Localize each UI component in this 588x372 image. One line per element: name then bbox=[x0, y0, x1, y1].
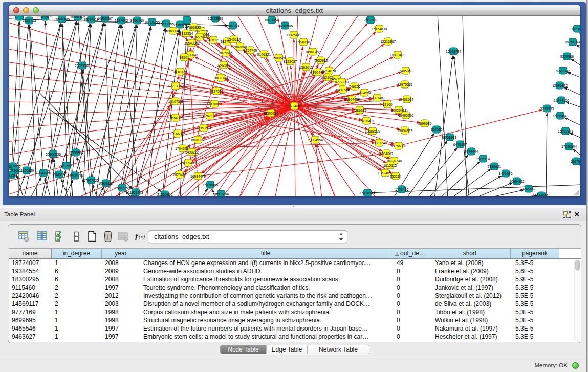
network-window-titlebar[interactable]: citations_edges.txt bbox=[9, 5, 580, 16]
column-header-out_de[interactable]: △out_de… bbox=[391, 249, 429, 258]
graph-node-label: 16961758 bbox=[305, 50, 320, 54]
graph-node-label: 13325419 bbox=[286, 33, 301, 37]
column-header-pagerank[interactable]: pagerank bbox=[511, 249, 559, 258]
table-row[interactable]: 1830029562008Estimation of significance … bbox=[9, 275, 581, 283]
table-row[interactable]: 1938455462009Genome-wide association stu… bbox=[9, 267, 581, 275]
graph-node[interactable] bbox=[183, 16, 191, 24]
float-panel-icon[interactable] bbox=[563, 211, 571, 219]
cell-pagerank: 5.3E-5 bbox=[511, 300, 559, 308]
graph-node-label: 39159 bbox=[9, 173, 16, 177]
graph-edge[interactable] bbox=[27, 21, 76, 171]
resize-grip-icon[interactable] bbox=[573, 189, 580, 196]
network-graph: 2055713214330712069140618081425186571191… bbox=[9, 16, 580, 196]
select-rows-icon[interactable] bbox=[55, 231, 66, 242]
graph-edge[interactable] bbox=[11, 21, 19, 175]
table-scrollbar-thumb[interactable] bbox=[575, 260, 580, 271]
graph-edge[interactable] bbox=[44, 159, 52, 196]
cell-year: 2009 bbox=[102, 267, 140, 275]
graph-node-label: 11923448 bbox=[128, 191, 143, 194]
graph-edge[interactable] bbox=[213, 117, 268, 197]
graph-edge[interactable] bbox=[571, 59, 581, 68]
graph-edge[interactable] bbox=[573, 149, 580, 158]
graph-edge[interactable] bbox=[570, 133, 580, 139]
graph-node-label: 12093872 bbox=[552, 84, 568, 87]
graph-edge[interactable] bbox=[294, 106, 295, 196]
new-column-icon[interactable] bbox=[86, 231, 98, 242]
graph-node-label: 11353594 bbox=[196, 126, 211, 130]
table-row[interactable]: 911546021997Tourette syndrome. Phenomeno… bbox=[9, 283, 581, 292]
graph-node-label: 7663822 bbox=[187, 26, 201, 29]
close-panel-icon[interactable]: ✕ bbox=[573, 210, 580, 218]
cell-out_de: 0 bbox=[391, 316, 429, 324]
delete-column-icon[interactable] bbox=[102, 231, 114, 242]
graph-edge[interactable] bbox=[463, 16, 467, 196]
graph-edge[interactable] bbox=[473, 183, 513, 196]
graph-node-label: 746206 bbox=[349, 85, 361, 89]
cell-year: 1998 bbox=[102, 316, 140, 324]
table-settings-icon[interactable] bbox=[18, 231, 30, 242]
graph-edge[interactable] bbox=[454, 56, 469, 196]
table-row[interactable]: 977716911998Corpus callosum shape and si… bbox=[9, 308, 581, 316]
select-columns-icon[interactable] bbox=[37, 231, 48, 242]
graph-edge[interactable] bbox=[116, 90, 173, 196]
graph-edge[interactable] bbox=[15, 24, 60, 170]
table-row[interactable]: 1872400712008Changes of HCN gene express… bbox=[9, 259, 581, 267]
graph-edge[interactable] bbox=[316, 144, 322, 196]
cell-title: Embryonic stem cells: a model to study s… bbox=[140, 333, 391, 341]
table-row[interactable]: 946554611997Estimation of the future num… bbox=[9, 324, 581, 333]
graph-node-label: 9329966 bbox=[560, 55, 574, 58]
tab-network-table[interactable]: Network Table bbox=[308, 345, 369, 354]
graph-edge[interactable] bbox=[567, 72, 580, 79]
graph-edge[interactable] bbox=[576, 45, 580, 50]
graph-edge[interactable] bbox=[546, 113, 547, 196]
graph-edge[interactable] bbox=[579, 165, 580, 169]
graph-edge[interactable] bbox=[105, 23, 111, 196]
graph-node-label: 12213967 bbox=[380, 40, 396, 43]
graph-edge[interactable] bbox=[122, 28, 165, 188]
graph-edge[interactable] bbox=[201, 189, 208, 197]
graph-edge[interactable] bbox=[96, 25, 121, 196]
graph-node-label: 19166825 bbox=[170, 132, 185, 136]
table-scrollbar[interactable] bbox=[574, 260, 580, 341]
graph-node-label: 1615112 bbox=[383, 164, 397, 167]
graph-node-label: 2935114 bbox=[476, 157, 490, 161]
cell-out_de: 0 bbox=[391, 308, 429, 316]
tab-edge-table[interactable]: Edge Table bbox=[267, 345, 308, 354]
cell-in_degree: 1 bbox=[52, 308, 102, 316]
graph-edge[interactable] bbox=[564, 87, 580, 97]
table-row[interactable]: 946362711997Embryonic stem cells: a mode… bbox=[9, 333, 581, 341]
graph-edge[interactable] bbox=[485, 190, 524, 196]
column-header-short[interactable]: short bbox=[429, 249, 511, 258]
graph-node-label: 17359924 bbox=[68, 151, 83, 155]
graph-edge[interactable] bbox=[294, 39, 294, 106]
table-panel-body: f (x) citations_edges.txt namein_degreey… bbox=[0, 221, 586, 372]
table-chooser-value: citations_edges.txt bbox=[154, 233, 209, 240]
graph-edge[interactable] bbox=[65, 24, 91, 196]
graph-edge[interactable] bbox=[566, 102, 581, 108]
node-table: namein_degreeyeartitle△out_de…shortpager… bbox=[9, 248, 581, 342]
table-chooser-dropdown[interactable]: citations_edges.txt bbox=[148, 230, 347, 243]
column-header-name[interactable]: name bbox=[9, 249, 52, 258]
tab-node-table[interactable]: Node Table bbox=[221, 345, 267, 354]
cell-short: Dudbridge et al. (2008) bbox=[429, 275, 511, 283]
table-row[interactable]: 2242004622012Investigating the contribut… bbox=[9, 292, 581, 300]
table-row[interactable]: 1456911722003Disruption of a novel membe… bbox=[9, 300, 581, 308]
graph-edge[interactable] bbox=[580, 33, 580, 40]
column-header-in_degree[interactable]: in_degree bbox=[52, 249, 102, 258]
clear-selection-icon[interactable] bbox=[71, 231, 82, 242]
function-builder-icon[interactable]: f (x) bbox=[135, 231, 148, 242]
graph-edge[interactable] bbox=[317, 144, 335, 197]
network-canvas[interactable]: 2055713214330712069140618081425186571191… bbox=[9, 16, 580, 196]
column-header-title[interactable]: title bbox=[140, 249, 391, 258]
graph-node-label: 10025433 bbox=[391, 108, 406, 112]
column-header-year[interactable]: year bbox=[102, 249, 140, 258]
graph-edge[interactable] bbox=[147, 28, 166, 196]
graph-edge[interactable] bbox=[498, 196, 537, 196]
graph-edge[interactable] bbox=[564, 118, 580, 127]
network-window-title: citations_edges.txt bbox=[9, 7, 580, 14]
graph-node-label: 15136141 bbox=[360, 191, 375, 195]
graph-node-label: 10653267 bbox=[97, 17, 113, 20]
import-table-icon[interactable] bbox=[117, 231, 128, 242]
graph-edge[interactable] bbox=[399, 110, 542, 146]
table-row[interactable]: 969969511998Structural magnetic resonanc… bbox=[9, 316, 581, 324]
